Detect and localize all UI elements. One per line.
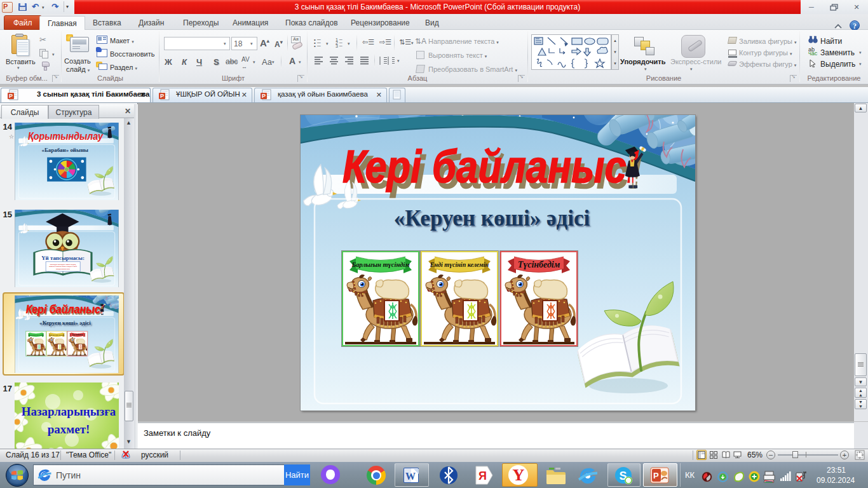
svg-text:Мәтінды мәтіндегі тірек сөздер: Мәтінды мәтіндегі тірек сөздер, [50,263,76,266]
svg-text:W: W [405,471,416,482]
svg-text:пайдаланып жаз.: пайдаланып жаз. [56,268,71,270]
svg-text:«Барабан» ойыны: «Барабан» ойыны [41,147,88,153]
svg-text:рахмет!: рахмет! [48,423,90,436]
svg-text:P: P [9,93,13,99]
svg-text:керекті сөйлем және сурдегі тү: керекті сөйлем және сурдегі түрлі [49,265,77,268]
svg-text:Қорытындылау: Қорытындылау [28,130,104,142]
svg-text:Я: Я [478,470,487,482]
svg-text:P: P [653,471,659,480]
svg-text:P: P [160,93,164,99]
svg-text:Үй тапсырмасы:: Үй тапсырмасы: [41,255,85,261]
svg-text:P: P [262,93,266,99]
svg-text:Назарларыңызға: Назарларыңызға [22,405,116,418]
